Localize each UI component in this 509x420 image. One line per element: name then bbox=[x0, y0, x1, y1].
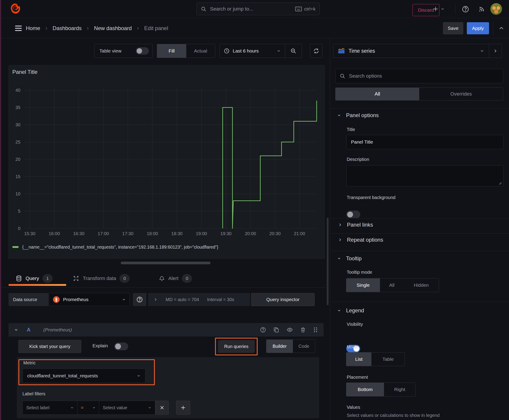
add-filter-button[interactable] bbox=[176, 401, 190, 415]
drag-handle-icon[interactable] bbox=[313, 327, 318, 333]
toggle-viz-picker-button[interactable] bbox=[489, 44, 501, 58]
metric-label: Metric bbox=[23, 360, 36, 366]
explain-label: Explain bbox=[92, 343, 108, 348]
apply-button[interactable]: Apply bbox=[467, 22, 489, 34]
discard-button[interactable]: Discard bbox=[412, 4, 440, 16]
remove-filter-button[interactable] bbox=[155, 401, 169, 415]
run-queries-button[interactable]: Run queries bbox=[218, 340, 255, 353]
query-inspector-button[interactable]: Query inspector bbox=[251, 293, 315, 306]
tab-query-count: 1 bbox=[43, 274, 53, 283]
repeat-options-header[interactable]: Repeat options bbox=[338, 237, 383, 243]
query-ref-id[interactable]: A bbox=[27, 327, 30, 333]
zoom-out-button[interactable] bbox=[285, 44, 302, 58]
help-button[interactable] bbox=[461, 5, 470, 14]
query-row-header[interactable]: A (Prometheus) bbox=[8, 323, 324, 337]
code-option[interactable]: Code bbox=[293, 340, 315, 353]
search-options-input[interactable]: Search options bbox=[335, 69, 503, 83]
operator-value: = bbox=[81, 405, 84, 410]
visualization-select[interactable]: Time series bbox=[333, 44, 489, 58]
legend-header[interactable]: Legend bbox=[337, 307, 364, 314]
legend-series-name[interactable]: {__name__="cloudflared_tunnel_total_requ… bbox=[22, 245, 218, 250]
select-value-dropdown[interactable]: Select value bbox=[99, 401, 155, 415]
scrollbar-thumb[interactable] bbox=[327, 218, 328, 305]
collapse-options-button[interactable] bbox=[496, 23, 507, 33]
menu-toggle[interactable] bbox=[13, 23, 24, 33]
legend-mode-list[interactable]: List bbox=[346, 352, 372, 366]
table-view-toggle[interactable] bbox=[136, 47, 149, 54]
grafana-logo[interactable] bbox=[10, 2, 21, 16]
tab-transform-label: Transform data bbox=[83, 276, 116, 281]
toggle-visibility-icon[interactable] bbox=[286, 327, 293, 333]
explain-toggle[interactable] bbox=[114, 343, 128, 350]
select-label-placeholder: Select label bbox=[26, 405, 49, 410]
news-button[interactable] bbox=[477, 5, 486, 14]
time-range-picker[interactable]: Last 6 hours bbox=[220, 44, 285, 58]
tooltip-header[interactable]: Tooltip bbox=[337, 255, 362, 262]
legend-placement-bottom[interactable]: Bottom bbox=[346, 383, 384, 396]
metric-select[interactable]: cloudflared_tunnel_total_requests bbox=[23, 369, 145, 383]
section-divider bbox=[330, 108, 509, 109]
tooltip-mode-all[interactable]: All bbox=[380, 278, 404, 292]
global-search-input[interactable]: Search or jump to... ctrl+k bbox=[196, 2, 320, 15]
legend-placement-right[interactable]: Right bbox=[384, 383, 415, 396]
datasource-select[interactable]: Prometheus bbox=[49, 293, 130, 306]
refresh-button[interactable] bbox=[310, 44, 322, 58]
transparent-background-toggle[interactable] bbox=[346, 211, 360, 218]
svg-text:15: 15 bbox=[15, 174, 20, 179]
legend-placement-switch: Bottom Right bbox=[346, 382, 416, 397]
expand-options-icon[interactable] bbox=[153, 298, 158, 301]
datasource-help-button[interactable] bbox=[133, 293, 146, 306]
time-range-control: Last 6 hours bbox=[220, 44, 302, 58]
panel-title-input[interactable]: Panel Title bbox=[346, 135, 503, 149]
breadcrumb-home[interactable]: Home bbox=[26, 25, 40, 31]
svg-text:25: 25 bbox=[15, 140, 20, 144]
time-series-chart[interactable]: 051015202530354015:3016:0016:3017:0017:3… bbox=[9, 65, 325, 258]
tab-alert[interactable]: Alert 0 bbox=[159, 270, 192, 286]
active-tab-underline bbox=[8, 284, 66, 286]
panel-options-header[interactable]: Panel options bbox=[337, 112, 379, 119]
delete-query-icon[interactable] bbox=[300, 327, 306, 333]
actual-option[interactable]: Actual bbox=[186, 44, 215, 58]
builder-option[interactable]: Builder bbox=[266, 340, 293, 353]
svg-text:5: 5 bbox=[18, 209, 20, 214]
svg-text:0: 0 bbox=[18, 226, 20, 231]
chevron-down-icon bbox=[277, 49, 281, 53]
query-options-row: MD = auto = 704 Interval = 30s bbox=[148, 293, 250, 306]
datasource-label: Data source bbox=[13, 297, 37, 302]
tab-overrides[interactable]: Overrides bbox=[419, 88, 503, 100]
pane-resize-handle[interactable] bbox=[121, 262, 211, 264]
kick-start-query-button[interactable]: Kick start your query bbox=[18, 340, 81, 353]
user-avatar[interactable] bbox=[490, 3, 502, 15]
duplicate-query-icon[interactable] bbox=[273, 327, 279, 333]
rss-icon bbox=[478, 6, 485, 13]
chevron-down-icon bbox=[137, 374, 141, 378]
select-label-dropdown[interactable]: Select label bbox=[23, 401, 78, 415]
legend-mode-table[interactable]: Table bbox=[372, 352, 405, 366]
tooltip-title: Tooltip bbox=[346, 255, 362, 262]
tooltip-mode-single[interactable]: Single bbox=[346, 278, 380, 292]
query-help-icon[interactable] bbox=[260, 327, 266, 333]
breadcrumb-new-dashboard[interactable]: New dashboard bbox=[94, 25, 132, 31]
tooltip-mode-hidden[interactable]: Hidden bbox=[404, 278, 439, 292]
breadcrumb-dashboards[interactable]: Dashboards bbox=[53, 25, 82, 31]
chevron-down-icon bbox=[337, 113, 341, 117]
visibility-label: Visibility bbox=[347, 322, 363, 327]
fill-option[interactable]: Fill bbox=[157, 44, 186, 58]
save-button[interactable]: Save bbox=[443, 22, 463, 34]
topbar-divider bbox=[455, 4, 456, 14]
search-icon bbox=[201, 6, 206, 12]
database-icon bbox=[16, 275, 22, 282]
datasource-name: Prometheus bbox=[63, 297, 88, 302]
chevron-down-icon bbox=[337, 308, 341, 313]
resize-grip-icon bbox=[498, 181, 502, 185]
tab-transform[interactable]: Transform data 0 bbox=[73, 270, 129, 286]
tab-all[interactable]: All bbox=[335, 88, 419, 100]
collapse-query-icon[interactable] bbox=[14, 328, 18, 332]
chevron-right-icon bbox=[338, 223, 342, 227]
query-datasource-hint: (Prometheus) bbox=[43, 327, 72, 332]
legend-series-swatch[interactable] bbox=[12, 246, 19, 248]
panel-links-header[interactable]: Panel links bbox=[338, 222, 373, 228]
operator-dropdown[interactable]: = bbox=[78, 401, 99, 415]
breadcrumb-separator: › bbox=[46, 25, 47, 31]
description-textarea[interactable] bbox=[346, 165, 503, 187]
